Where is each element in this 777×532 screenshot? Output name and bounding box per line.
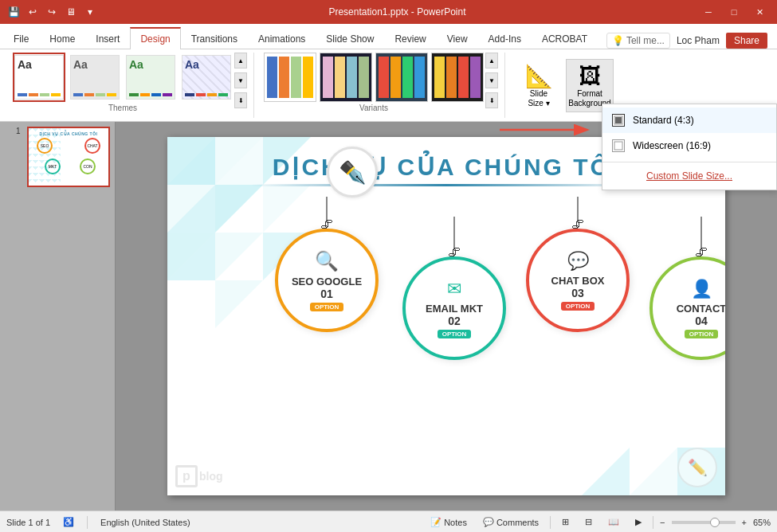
tab-insert[interactable]: Insert: [85, 28, 130, 49]
tab-animations[interactable]: Animations: [248, 28, 316, 49]
red-arrow: [500, 118, 595, 144]
slide-size-icon: 📐: [525, 63, 553, 89]
status-right: 📝 Notes 💬 Comments ⊞ ⊟ 📖 ▶ − + 65%: [426, 515, 771, 529]
notes-button[interactable]: 📝 Notes: [426, 515, 472, 529]
tab-view[interactable]: View: [437, 28, 478, 49]
slide-thumbnail-1[interactable]: 1 DỊCH VỤ CỦA CHÚNG TÔI SEO CHAT MKT CON: [5, 127, 110, 187]
window-controls: ─ □ ✕: [697, 4, 771, 20]
variants-more[interactable]: ⬇: [485, 92, 498, 108]
normal-view-button[interactable]: ⊞: [557, 515, 574, 529]
tab-design[interactable]: Design: [130, 27, 180, 49]
variants-label: Variants: [359, 102, 388, 112]
slide-size-label: SlideSize ▾: [528, 89, 549, 108]
tabs-row: File Home Insert Design Transitions Anim…: [0, 24, 777, 49]
tab-slideshow[interactable]: Slide Show: [316, 28, 384, 49]
tab-review[interactable]: Review: [384, 28, 436, 49]
themes-section: Aa Aa: [6, 53, 254, 118]
variants-row: [264, 53, 484, 102]
widescreen-option[interactable]: Widescreen (16:9): [602, 133, 776, 158]
variants-scroll-down[interactable]: ▼: [485, 72, 498, 88]
zoom-out-button[interactable]: −: [660, 518, 665, 527]
zoom-in-button[interactable]: +: [742, 518, 747, 527]
save-icon[interactable]: 💾: [6, 5, 21, 19]
slide-sorter-button[interactable]: ⊟: [580, 515, 597, 529]
comments-button[interactable]: 💬 Comments: [478, 515, 544, 529]
monitor-icon[interactable]: 🖥: [64, 5, 78, 19]
title-icons: 💾 ↩ ↪ 🖥 ▾: [6, 5, 97, 19]
variants-scroll-up[interactable]: ▲: [485, 53, 498, 68]
slideshow-button[interactable]: ▶: [630, 515, 646, 529]
share-button[interactable]: Share: [726, 33, 767, 49]
redo-icon[interactable]: ↪: [45, 5, 59, 19]
svg-marker-15: [215, 233, 263, 280]
svg-marker-11: [215, 185, 263, 233]
theme-4[interactable]: Aa: [180, 53, 233, 102]
slide-info: Slide 1 of 1: [6, 518, 50, 527]
theme-2[interactable]: Aa: [69, 53, 121, 102]
theme-office[interactable]: Aa: [13, 53, 65, 102]
more-icon[interactable]: ▾: [83, 5, 97, 19]
dropdown-divider: [602, 162, 776, 162]
zoom-level[interactable]: 65%: [753, 518, 771, 527]
status-bar: Slide 1 of 1 ♿ English (United States) 📝…: [0, 510, 777, 532]
variant-2[interactable]: [320, 53, 372, 102]
tab-file[interactable]: File: [3, 28, 39, 49]
widescreen-label: Widescreen (16:9): [633, 140, 711, 151]
tab-home[interactable]: Home: [39, 28, 85, 49]
notes-icon: 📝: [430, 517, 441, 527]
svg-marker-22: [582, 448, 630, 495]
slide-size-dropdown: Standard (4:3) Widescreen (16:9) Custom …: [602, 104, 777, 190]
accessibility-icon[interactable]: ♿: [63, 517, 74, 527]
standard-checkbox: [612, 114, 625, 127]
title-bar: 💾 ↩ ↪ 🖥 ▾ Presentation1.pptx - PowerPoin…: [0, 0, 777, 24]
tell-me-input[interactable]: 💡 Tell me...: [606, 33, 670, 49]
undo-icon[interactable]: ↩: [26, 5, 40, 19]
theme-3[interactable]: Aa: [124, 53, 177, 102]
comments-icon: 💬: [483, 517, 494, 527]
slide-size-button[interactable]: 📐 SlideSize ▾: [515, 60, 563, 111]
tab-addins[interactable]: Add-Ins: [478, 28, 532, 49]
pencil-decoration: ✏️: [677, 448, 717, 487]
svg-rect-1: [615, 117, 622, 123]
zoom-thumb[interactable]: [710, 518, 720, 527]
svg-marker-20: [630, 448, 677, 495]
tab-transitions[interactable]: Transitions: [181, 28, 248, 49]
standard-label: Standard (4:3): [633, 115, 694, 126]
zoom-slider[interactable]: [672, 521, 736, 524]
variant-4[interactable]: [431, 53, 484, 102]
themes-scroll-up[interactable]: ▲: [234, 53, 247, 68]
watermark: p blog: [175, 465, 223, 487]
format-bg-icon: 🖼: [579, 63, 601, 89]
user-name: Loc Pham: [677, 35, 720, 46]
reading-view-button[interactable]: 📖: [603, 515, 624, 529]
pen-decoration: ✒️: [327, 147, 378, 198]
variant-1[interactable]: [264, 53, 316, 102]
close-button[interactable]: ✕: [748, 4, 771, 20]
themes-label: Themes: [108, 102, 137, 112]
ornament-email: 🖇 ✉ EMAIL MKT 02 OPTION: [402, 217, 506, 360]
themes-row: Aa Aa: [13, 53, 233, 102]
themes-scroll-down[interactable]: ▼: [234, 72, 247, 88]
window-title: Presentation1.pptx - PowerPoint: [97, 6, 697, 18]
widescreen-checkbox: [612, 139, 625, 152]
variants-section: Variants ▲ ▼ ⬇: [257, 53, 505, 118]
svg-rect-2: [614, 142, 622, 150]
standard-option[interactable]: Standard (4:3): [602, 108, 776, 133]
ornament-contact: 🖇 👤 CONTACT 04 OPTION: [649, 217, 725, 360]
language: English (United States): [100, 518, 190, 527]
variant-3[interactable]: [375, 53, 428, 102]
themes-more[interactable]: ⬇: [234, 92, 247, 108]
ornament-seo: 🖇 🔍 SEO GOOGLE 01 OPTION: [275, 197, 379, 332]
tab-acrobat[interactable]: ACROBAT: [532, 28, 598, 49]
ornament-chat: 🖇 💬 CHAT BOX 03 OPTION: [526, 197, 630, 332]
custom-slide-size-link[interactable]: Custom Slide Size...: [602, 166, 776, 186]
maximize-button[interactable]: □: [723, 4, 745, 20]
minimize-button[interactable]: ─: [697, 4, 720, 20]
svg-marker-18: [215, 280, 263, 328]
slide-canvas[interactable]: ✒️ DỊCH VỤ CỦA CHÚNG TÔI 🖇 🔍 SEO GOOGLE …: [167, 137, 725, 495]
slide-thumb-img[interactable]: DỊCH VỤ CỦA CHÚNG TÔI SEO CHAT MKT CON: [27, 127, 110, 187]
slide-panel: 1 DỊCH VỤ CỦA CHÚNG TÔI SEO CHAT MKT CON: [0, 122, 116, 510]
